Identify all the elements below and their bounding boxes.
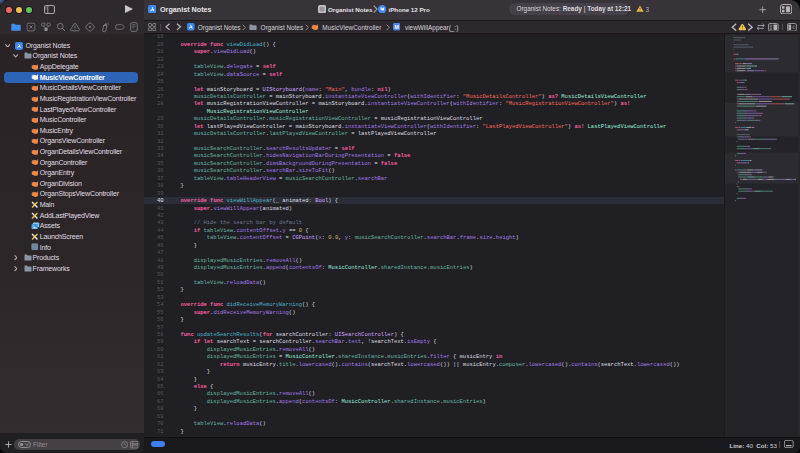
svg-text:M: M — [394, 24, 398, 30]
